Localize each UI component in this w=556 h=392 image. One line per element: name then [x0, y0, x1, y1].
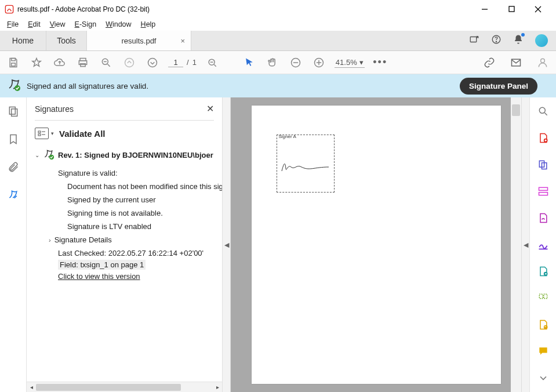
- signature-status-line: Signature is valid:: [35, 166, 222, 180]
- zoom-in-icon[interactable]: [311, 55, 326, 70]
- signature-field[interactable]: Signer A: [277, 135, 335, 193]
- maximize-button[interactable]: [498, 1, 525, 18]
- svg-rect-44: [539, 193, 547, 195]
- last-checked-line: Last Checked: 2022.05.27 16:22:14 +02'00…: [35, 246, 222, 260]
- page-up-icon[interactable]: [122, 55, 137, 70]
- star-icon[interactable]: [29, 55, 44, 70]
- save-icon[interactable]: [6, 55, 21, 70]
- zoom-marquee-icon[interactable]: [205, 55, 220, 70]
- svg-rect-47: [539, 294, 543, 298]
- thumbnails-icon[interactable]: [8, 106, 19, 119]
- tab-home[interactable]: Home: [0, 31, 46, 50]
- menu-edit[interactable]: Edit: [23, 19, 45, 30]
- side-panel-close-icon[interactable]: ✕: [206, 103, 214, 114]
- title-bar: results.pdf - Adobe Acrobat Pro DC (32-b…: [0, 0, 556, 18]
- vscroll-thumb[interactable]: [512, 104, 520, 116]
- notifications-icon[interactable]: [513, 34, 524, 47]
- main-area: Signatures ✕ Validate All ⌄ Rev. 1: Sign…: [0, 97, 556, 392]
- menu-window[interactable]: Window: [101, 19, 136, 30]
- page-current-input[interactable]: [168, 58, 183, 67]
- page-down-icon[interactable]: [145, 55, 160, 70]
- print-icon[interactable]: [75, 55, 90, 70]
- fill-sign-icon[interactable]: [537, 239, 549, 253]
- edit-pdf-icon[interactable]: [537, 186, 549, 199]
- document-vscrollbar[interactable]: [511, 97, 521, 392]
- scroll-thumb[interactable]: [36, 384, 181, 391]
- create-pdf-icon[interactable]: [537, 132, 549, 146]
- svg-point-36: [539, 107, 545, 113]
- field-line[interactable]: Field: txsign_1 on page 1: [58, 260, 146, 270]
- svg-point-17: [148, 58, 157, 67]
- signature-options-icon[interactable]: [35, 128, 49, 139]
- svg-rect-43: [539, 187, 547, 190]
- svg-rect-48: [543, 294, 547, 298]
- signatures-panel-icon[interactable]: [8, 189, 19, 203]
- tab-tools[interactable]: Tools: [46, 31, 87, 50]
- account-icon[interactable]: [535, 55, 550, 70]
- signature-image: [281, 161, 330, 172]
- signature-field-label: Signer A: [279, 134, 296, 139]
- tab-document-label: results.pdf: [122, 37, 157, 45]
- signature-status-bar: Signed and all signatures are valid. Sig…: [0, 74, 556, 97]
- send-comments-icon[interactable]: [537, 319, 549, 333]
- share-icon[interactable]: [469, 34, 479, 47]
- menu-esign[interactable]: E-Sign: [70, 19, 101, 30]
- revision-title: Rev. 1: Signed by BJOERNWIN10NEU\bjoer: [58, 151, 213, 159]
- side-panel-hscrollbar[interactable]: ◂ ▸: [27, 382, 222, 392]
- svg-line-37: [544, 113, 547, 115]
- bookmark-icon[interactable]: [8, 133, 19, 147]
- tab-document[interactable]: results.pdf ×: [87, 31, 191, 50]
- side-panel-title: Signatures: [35, 104, 74, 114]
- collapse-panel-handle[interactable]: ◀: [223, 97, 231, 392]
- link-share-icon[interactable]: [482, 55, 497, 70]
- collapse-right-handle[interactable]: ◀: [521, 97, 529, 392]
- menu-view[interactable]: View: [45, 19, 70, 30]
- menu-bar: File Edit View E-Sign Window Help: [0, 18, 556, 31]
- tab-close-icon[interactable]: ×: [180, 37, 185, 45]
- select-tool-icon[interactable]: [242, 55, 257, 70]
- expand-caret-icon[interactable]: ⌄: [35, 152, 39, 158]
- organize-pages-icon[interactable]: [537, 292, 549, 306]
- search-tool-icon[interactable]: [537, 106, 549, 119]
- hand-tool-icon[interactable]: [265, 55, 280, 70]
- revision-row[interactable]: ⌄ Rev. 1: Signed by BJOERNWIN10NEU\bjoer: [35, 148, 222, 162]
- zoom-select[interactable]: 41.5% ▾: [335, 57, 365, 68]
- export-pdf-icon[interactable]: [537, 266, 549, 280]
- svg-rect-5: [470, 37, 477, 42]
- comment-icon[interactable]: [537, 346, 549, 360]
- signature-details-label: Signature Details: [54, 235, 112, 244]
- page-sep: /: [187, 58, 189, 67]
- signature-details-row[interactable]: › Signature Details: [35, 233, 222, 246]
- right-rail: [529, 97, 556, 392]
- svg-rect-8: [12, 58, 16, 60]
- profile-avatar[interactable]: [535, 34, 548, 47]
- svg-rect-30: [11, 109, 17, 117]
- signatures-side-panel: Signatures ✕ Validate All ⌄ Rev. 1: Sign…: [27, 97, 223, 392]
- zoom-out-find-icon[interactable]: [99, 55, 114, 70]
- menu-file[interactable]: File: [2, 19, 23, 30]
- document-view[interactable]: Signer A: [231, 97, 521, 392]
- scroll-left-icon[interactable]: ◂: [27, 384, 36, 390]
- svg-point-16: [125, 58, 134, 67]
- signature-panel-button[interactable]: Signature Panel: [460, 78, 537, 95]
- svg-rect-9: [12, 63, 16, 66]
- view-version-link[interactable]: Click to view this version: [35, 270, 222, 283]
- minimize-button[interactable]: [471, 1, 498, 18]
- more-icon[interactable]: •••: [373, 55, 388, 70]
- svg-line-15: [108, 64, 110, 66]
- menu-help[interactable]: Help: [136, 19, 161, 30]
- email-icon[interactable]: [508, 55, 524, 70]
- close-window-button[interactable]: [525, 1, 551, 18]
- combine-files-icon[interactable]: [537, 159, 549, 173]
- validate-all-button[interactable]: Validate All: [59, 129, 105, 139]
- cloud-upload-icon[interactable]: [52, 55, 67, 70]
- more-tools-icon[interactable]: [537, 372, 549, 386]
- request-sign-icon[interactable]: [537, 212, 549, 226]
- window-title: results.pdf - Adobe Acrobat Pro DC (32-b…: [17, 5, 471, 13]
- attachment-icon[interactable]: [8, 161, 19, 175]
- scroll-right-icon[interactable]: ▸: [213, 384, 222, 390]
- svg-line-19: [214, 64, 216, 66]
- zoom-out-icon[interactable]: [288, 55, 303, 70]
- help-icon[interactable]: [491, 34, 502, 47]
- svg-rect-29: [9, 107, 15, 115]
